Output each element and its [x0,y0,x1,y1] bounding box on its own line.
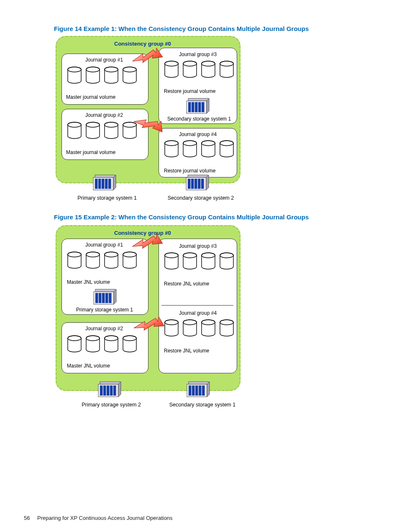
cylinder-icon [201,61,216,78]
jg4-title: Journal group #4 [179,310,217,316]
storage-icon [97,381,122,398]
divider [161,305,233,306]
jg4-title: Journal group #4 [179,131,217,137]
jg1-title: Journal group #1 [85,57,123,63]
primary-sys-label: Primary storage system 1 [72,195,143,201]
cylinder-icon [201,319,216,337]
storage-icon [93,288,117,306]
jg1-cylinders [67,67,137,84]
jg2-vol-label: Master JNL volume [67,363,110,369]
storage-icon [186,381,210,398]
cylinder-icon [122,252,137,269]
figure15: Consistency group #0 Journal group #1 Ma… [55,224,240,417]
cylinder-icon [164,252,179,270]
figure15-caption: Figure 15 Example 2: When the Consistenc… [54,213,309,221]
cylinder-icon [67,335,82,353]
cylinder-icon [104,335,119,353]
jg2-title: Journal group #2 [85,112,123,118]
footer-text: Preparing for XP Continuous Access Journ… [37,515,173,521]
cylinder-icon [104,67,119,84]
storage-icon [185,174,210,192]
cylinder-icon [67,122,82,139]
cylinder-icon [122,67,137,84]
cylinder-icon [85,122,100,139]
cylinder-icon [85,335,100,353]
jg1-cylinders [67,252,137,269]
cylinder-icon [164,140,179,158]
storage-icon [186,98,210,115]
jg2-title: Journal group #2 [85,326,123,332]
cylinder-icon [85,67,100,84]
sec1-label: Secondary storage system 1 [167,116,231,122]
jg4-vol-label: Restore JNL volume [164,348,209,354]
jg3-vol-label: Restore journal volume [164,88,215,94]
jg1-title: Journal group #1 [85,242,123,248]
cylinder-icon [182,61,197,78]
cylinder-icon [219,252,234,270]
cylinder-icon [182,319,197,337]
cylinder-icon [164,319,179,337]
cylinder-icon [67,252,82,269]
jg3-cylinders [164,61,234,78]
cylinder-icon [85,252,100,269]
cylinder-icon [201,252,216,270]
jg4-cylinders [164,319,234,337]
prim2-label: Primary storage system 2 [76,402,147,408]
secondary-system-1-box: Journal group #3 Restore JNL volume Jour… [159,239,237,373]
sec1-label: Secondary storage system 1 [163,402,242,408]
jg2-cylinders [67,335,137,353]
cylinder-icon [219,140,234,158]
cylinder-icon [104,122,119,139]
cylinder-icon [219,319,234,337]
secondary-system-1-box: Journal group #3 Restore journal volume … [159,48,237,124]
jg1-vol-label: Master JNL volume [67,279,110,285]
jg3-title: Journal group #3 [179,51,217,57]
cylinder-icon [122,335,137,353]
consistency-group-title: Consistency group #0 [114,230,171,236]
cylinder-icon [104,252,119,269]
consistency-group-title: Consistency group #0 [114,41,171,47]
cylinder-icon [164,61,179,78]
jg2-cylinders [67,122,137,139]
cylinder-icon [182,252,197,270]
figure14: Consistency group #0 Journal group #1 Ma… [55,35,240,207]
secondary-sys-label: Secondary storage system 2 [161,195,240,201]
figure14-caption: Figure 14 Example 1: When the Consistenc… [54,25,309,32]
jg2-vol-label: Master journal volume [66,149,115,155]
jg4-cylinders [164,140,234,158]
journal-group-4: Journal group #4 Restore journal volume [159,128,237,177]
page-number: 56 [24,515,30,521]
jg1-vol-label: Master journal volume [66,94,115,100]
jg3-vol-label: Restore JNL volume [164,281,209,287]
jg3-title: Journal group #3 [179,243,217,249]
storage-icon [92,174,117,192]
cylinder-icon [201,140,216,158]
jg4-vol-label: Restore journal volume [164,168,215,174]
jg3-cylinders [164,252,234,270]
cylinder-icon [182,140,197,158]
cylinder-icon [219,61,234,78]
cylinder-icon [67,67,82,84]
page-footer: 56 Preparing for XP Continuous Access Jo… [24,515,173,521]
prim1-label: Primary storage system 1 [76,307,133,313]
